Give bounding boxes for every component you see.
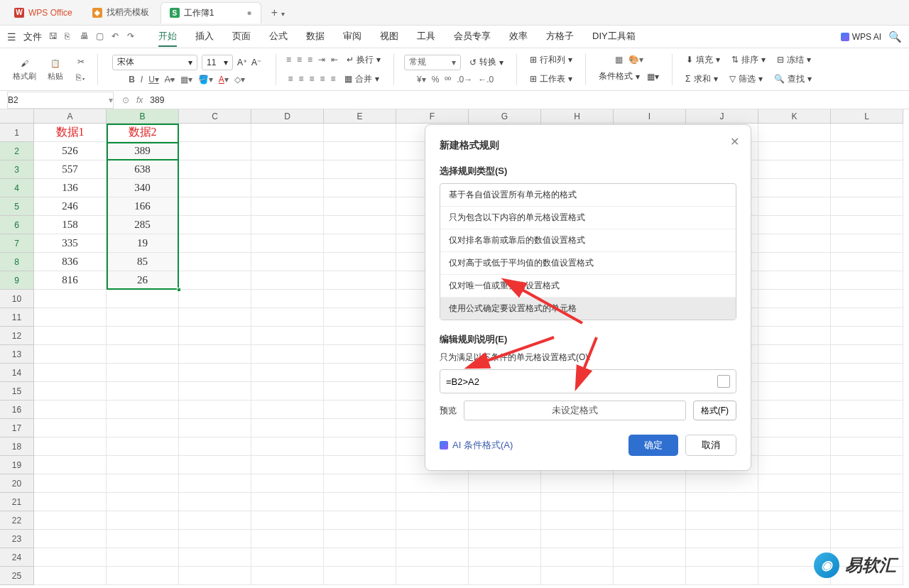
col-header-B[interactable]: B <box>107 109 179 124</box>
cell-L16[interactable] <box>831 401 903 419</box>
cell-J21[interactable] <box>686 493 758 511</box>
row-header-23[interactable]: 23 <box>0 530 34 548</box>
col-header-L[interactable]: L <box>831 109 903 124</box>
align-top-icon[interactable]: ≡ <box>286 55 291 65</box>
cell-C18[interactable] <box>179 437 251 456</box>
cell-L1[interactable] <box>831 124 903 142</box>
cancel-button[interactable]: 取消 <box>685 435 736 456</box>
table-icon[interactable]: ▦ <box>615 55 623 65</box>
row-header-21[interactable]: 21 <box>0 493 34 511</box>
undo-icon[interactable]: ↶ <box>111 31 123 43</box>
worksheet-button[interactable]: ⊞ 工作表▾ <box>527 72 575 87</box>
cell-E20[interactable] <box>324 474 396 493</box>
cell-K9[interactable] <box>758 271 831 290</box>
cell-D8[interactable] <box>251 253 324 271</box>
add-tab-button[interactable]: + ▾ <box>264 4 292 22</box>
cell-A16[interactable] <box>34 401 107 419</box>
cell-L21[interactable] <box>831 493 903 511</box>
align-dist-icon[interactable]: ≡ <box>320 74 325 84</box>
formula-value[interactable]: 389 <box>150 95 164 105</box>
cut-icon[interactable]: ✂ <box>75 55 87 68</box>
cell-D18[interactable] <box>251 437 324 456</box>
cell-C24[interactable] <box>179 548 251 567</box>
cell-C17[interactable] <box>179 419 251 437</box>
cell-D23[interactable] <box>251 530 324 548</box>
cell-C9[interactable] <box>179 271 251 290</box>
cell-B13[interactable] <box>107 345 179 364</box>
percent-icon[interactable]: % <box>432 75 440 85</box>
cell-G24[interactable] <box>469 548 541 567</box>
font-name-select[interactable]: 宋体▾ <box>112 55 197 70</box>
rule-item-0[interactable]: 基于各自值设置所有单元格的格式 <box>440 184 736 207</box>
cell-D10[interactable] <box>251 290 324 308</box>
cell-K21[interactable] <box>758 493 831 511</box>
cell-L20[interactable] <box>831 474 903 493</box>
row-header-12[interactable]: 12 <box>0 327 34 345</box>
cell-A17[interactable] <box>34 419 107 437</box>
wrap-button[interactable]: ↵ 换行▾ <box>344 53 383 67</box>
menu-tab-insert[interactable]: 插入 <box>195 27 214 47</box>
search-icon[interactable]: 🔍 <box>888 31 902 43</box>
cell-K4[interactable] <box>758 179 831 197</box>
find-button[interactable]: 🔍 查找▾ <box>771 72 815 87</box>
cell-L22[interactable] <box>831 511 903 530</box>
merge-button[interactable]: ▦ 合并▾ <box>342 72 382 87</box>
row-header-25[interactable]: 25 <box>0 567 34 585</box>
cell-E18[interactable] <box>324 437 396 456</box>
cell-D24[interactable] <box>251 548 324 567</box>
close-icon[interactable]: ✕ <box>730 135 739 148</box>
cell-L19[interactable] <box>831 456 903 474</box>
sort-button[interactable]: ⇅ 排序▾ <box>729 53 768 67</box>
cell-K18[interactable] <box>758 437 831 456</box>
cell-A11[interactable] <box>34 308 107 327</box>
cell-H24[interactable] <box>541 548 614 567</box>
row-header-17[interactable]: 17 <box>0 419 34 437</box>
font-color-icon[interactable]: A▾ <box>219 75 229 85</box>
row-header-11[interactable]: 11 <box>0 308 34 327</box>
cell-C20[interactable] <box>179 474 251 493</box>
italic-icon[interactable]: I <box>141 75 143 85</box>
cell-D17[interactable] <box>251 419 324 437</box>
clear-format-icon[interactable]: ◇▾ <box>234 75 245 85</box>
col-header-A[interactable]: A <box>34 109 107 124</box>
cell-A1[interactable]: 数据1 <box>34 124 107 142</box>
tab-workbook[interactable]: S 工作簿1 ● <box>160 2 261 23</box>
cell-I22[interactable] <box>614 511 686 530</box>
cell-E1[interactable] <box>324 124 396 142</box>
cell-E25[interactable] <box>324 567 396 585</box>
col-header-K[interactable]: K <box>758 109 831 124</box>
cell-D6[interactable] <box>251 216 324 234</box>
cell-E14[interactable] <box>324 364 396 382</box>
fx-icon[interactable]: fx <box>136 95 143 105</box>
cell-B9[interactable]: 26 <box>107 271 179 290</box>
rule-item-1[interactable]: 只为包含以下内容的单元格设置格式 <box>440 207 736 229</box>
cell-G23[interactable] <box>469 530 541 548</box>
increase-font-icon[interactable]: A⁺ <box>237 58 247 67</box>
cell-L7[interactable] <box>831 234 903 253</box>
cell-B22[interactable] <box>107 511 179 530</box>
cell-E10[interactable] <box>324 290 396 308</box>
row-header-22[interactable]: 22 <box>0 511 34 530</box>
print-icon[interactable]: 🖶 <box>80 31 92 43</box>
fill-color-icon[interactable]: 🪣▾ <box>198 75 213 85</box>
cell-E9[interactable] <box>324 271 396 290</box>
wps-ai-button[interactable]: WPS AI <box>841 32 881 42</box>
cell-L11[interactable] <box>831 308 903 327</box>
cell-K15[interactable] <box>758 382 831 401</box>
cell-A8[interactable]: 836 <box>34 253 107 271</box>
formula-input[interactable] <box>446 376 717 387</box>
row-header-18[interactable]: 18 <box>0 437 34 456</box>
cell-L2[interactable] <box>831 142 903 160</box>
cell-C2[interactable] <box>179 142 251 160</box>
cell-C8[interactable] <box>179 253 251 271</box>
row-header-4[interactable]: 4 <box>0 179 34 197</box>
menu-tab-page[interactable]: 页面 <box>232 27 251 47</box>
cell-L4[interactable] <box>831 179 903 197</box>
cell-L5[interactable] <box>831 197 903 216</box>
cell-A6[interactable]: 158 <box>34 216 107 234</box>
export-icon[interactable]: ⎘ <box>65 31 76 43</box>
cell-H22[interactable] <box>541 511 614 530</box>
menu-tab-member[interactable]: 会员专享 <box>454 27 491 47</box>
cell-B14[interactable] <box>107 364 179 382</box>
cell-B5[interactable]: 166 <box>107 197 179 216</box>
